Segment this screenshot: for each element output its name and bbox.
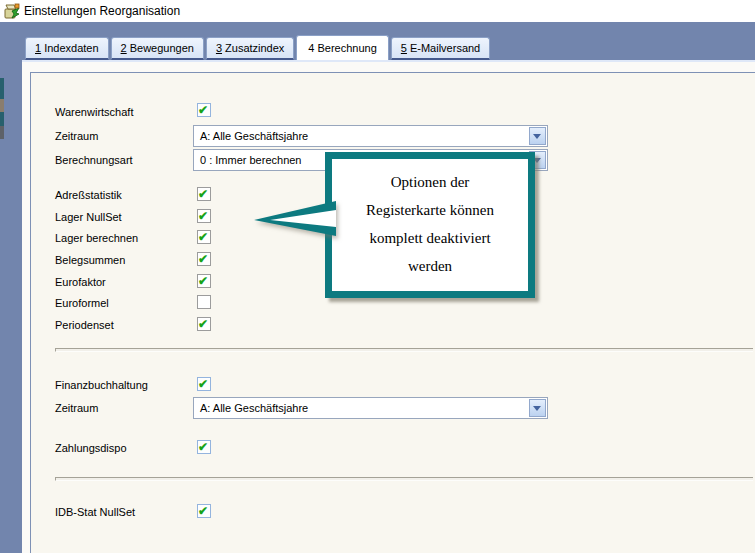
tab-label: Indexdaten — [44, 42, 98, 54]
checkmark-icon: ✔ — [198, 441, 208, 453]
tab-label: Zusatzindex — [225, 42, 284, 54]
idb-stat-nullset-label: IDB-Stat NullSet — [55, 506, 135, 519]
background-window-edge — [0, 99, 4, 112]
berechnungsart-label: Berechnungsart — [55, 154, 133, 167]
checkmark-icon: ✔ — [198, 231, 208, 243]
eurofaktor-label: Eurofaktor — [55, 276, 106, 289]
tab-strip: 1 Indexdaten 2 Bewegungen 3 Zusatzindex … — [25, 37, 492, 60]
section-separator — [55, 348, 753, 352]
section-separator — [55, 477, 753, 481]
tab-accelerator: 2 — [121, 42, 127, 54]
annotation-line: werden — [332, 252, 528, 280]
warenwirtschaft-label: Warenwirtschaft — [55, 106, 133, 119]
checkmark-icon: ✔ — [198, 104, 208, 116]
checkmark-icon: ✔ — [198, 275, 208, 287]
background-window-edge — [0, 78, 4, 99]
belegsummen-label: Belegsummen — [55, 254, 125, 267]
checkmark-icon: ✔ — [198, 210, 208, 222]
tab-accelerator: 5 — [401, 42, 407, 54]
chevron-down-icon — [533, 134, 541, 139]
warenwirtschaft-checkbox[interactable]: ✔ — [197, 103, 211, 117]
zeitraum-dropdown-2-value: A: Alle Geschäftsjahre — [200, 402, 308, 414]
window-title: Einstellungen Reorganisation — [24, 4, 180, 18]
background-window-edge — [0, 126, 4, 139]
finanzbuchhaltung-checkbox[interactable]: ✔ — [197, 377, 211, 391]
tab-bewegungen[interactable]: 2 Bewegungen — [111, 37, 204, 60]
annotation-text: Optionen der Registerkarte können komple… — [332, 168, 528, 280]
tab-berechnung[interactable]: 4 Berechnung — [296, 35, 388, 60]
annotation-callout-tail — [254, 200, 336, 240]
checkmark-icon: ✔ — [198, 188, 208, 200]
app-icon — [3, 2, 21, 20]
zahlungsdispo-label: Zahlungsdispo — [55, 442, 127, 455]
periodenset-checkbox[interactable]: ✔ — [197, 317, 211, 331]
background-window-edge — [0, 112, 4, 126]
tab-accelerator: 3 — [216, 42, 222, 54]
tab-accelerator: 1 — [35, 42, 41, 54]
belegsummen-checkbox[interactable]: ✔ — [197, 252, 211, 266]
checkmark-icon: ✔ — [198, 378, 208, 390]
checkmark-icon: ✔ — [198, 253, 208, 265]
annotation-line: Optionen der — [332, 168, 528, 196]
lager-berechnen-checkbox[interactable]: ✔ — [197, 230, 211, 244]
annotation-callout: Optionen der Registerkarte können komple… — [325, 152, 535, 298]
periodenset-label: Periodenset — [55, 319, 114, 332]
annotation-line: komplett deaktiviert — [332, 224, 528, 252]
zeitraum-dropdown-1-button[interactable] — [529, 127, 546, 145]
tab-accelerator: 4 — [308, 42, 314, 54]
euroformel-label: Euroformel — [55, 297, 109, 310]
chevron-down-icon — [533, 406, 541, 411]
idb-stat-nullset-checkbox[interactable]: ✔ — [197, 504, 211, 518]
zeitraum-dropdown-2-button[interactable] — [529, 399, 546, 417]
tab-emailversand[interactable]: 5 E-Mailversand — [391, 37, 490, 60]
zeitraum-dropdown-1-value: A: Alle Geschäftsjahre — [200, 130, 308, 142]
zeitraum-dropdown-1[interactable]: A: Alle Geschäftsjahre — [193, 125, 548, 147]
lager-berechnen-label: Lager berechnen — [55, 232, 138, 245]
annotation-line: Registerkarte können — [332, 196, 528, 224]
adressstatistik-label: Adreßstatistik — [55, 189, 122, 202]
tab-label: Bewegungen — [130, 42, 194, 54]
checkmark-icon: ✔ — [198, 318, 208, 330]
euroformel-checkbox[interactable]: ✔ — [197, 295, 211, 309]
lager-nullset-checkbox[interactable]: ✔ — [197, 209, 211, 223]
eurofaktor-checkbox[interactable]: ✔ — [197, 274, 211, 288]
tab-label: E-Mailversand — [410, 42, 480, 54]
tab-label: Berechnung — [317, 42, 376, 54]
zahlungsdispo-checkbox[interactable]: ✔ — [197, 440, 211, 454]
finanzbuchhaltung-label: Finanzbuchhaltung — [55, 379, 148, 392]
window-titlebar: Einstellungen Reorganisation — [0, 0, 755, 22]
lager-nullset-label: Lager NullSet — [55, 211, 122, 224]
zeitraum-label-2: Zeitraum — [55, 402, 98, 415]
adressstatistik-checkbox[interactable]: ✔ — [197, 187, 211, 201]
zeitraum-label-1: Zeitraum — [55, 130, 98, 143]
checkmark-icon: ✔ — [198, 505, 208, 517]
berechnungsart-dropdown-value: 0 : Immer berechnen — [200, 154, 302, 166]
tab-indexdaten[interactable]: 1 Indexdaten — [25, 37, 109, 60]
zeitraum-dropdown-2[interactable]: A: Alle Geschäftsjahre — [193, 397, 548, 419]
tab-zusatzindex[interactable]: 3 Zusatzindex — [206, 37, 294, 60]
